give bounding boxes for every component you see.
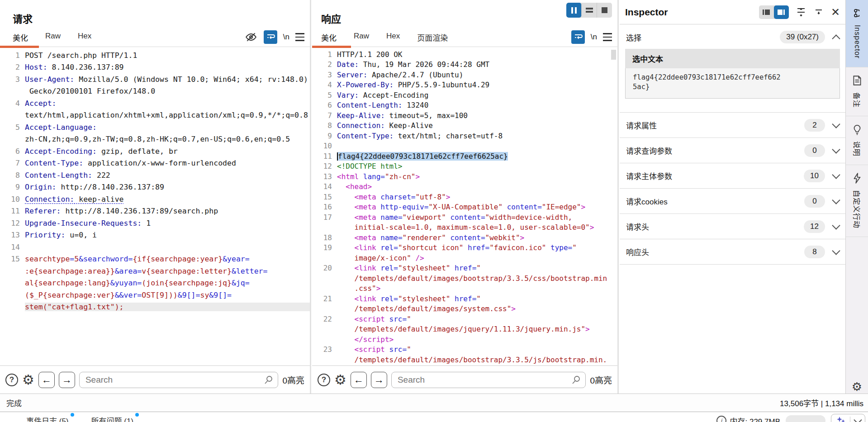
response-tabs: 美化 Raw Hex 页面渲染	[321, 32, 448, 43]
collapse-all-icon[interactable]	[813, 7, 824, 18]
code-line: 3Server: Apache/2.4.7 (Ubuntu)	[312, 70, 617, 80]
tab-response-hex[interactable]: Hex	[386, 32, 400, 43]
bottom-footer: 事件日志 (5) 所有问题 (1) i 内存: 229.7MB	[0, 412, 868, 422]
line-number: 21	[312, 294, 337, 303]
stop-button[interactable]	[597, 3, 612, 18]
line-number: 23	[312, 345, 337, 354]
side-tab-strip: Inspector 备注 说明	[845, 0, 868, 394]
settings-gear-icon[interactable]: ⚙	[846, 381, 868, 393]
side-tab-notes[interactable]: 备注	[846, 67, 868, 116]
line-number: 10	[312, 142, 337, 150]
dock-right-button[interactable]	[774, 5, 789, 19]
code-line: stem("cat+flag1.txt");	[0, 301, 310, 313]
code-line: 9Content-Type: text/html; charset=utf-8	[312, 131, 617, 141]
tab-response-pretty[interactable]: 美化	[321, 32, 337, 43]
search-settings-gear-icon[interactable]: ⚙	[334, 373, 346, 387]
help-icon[interactable]: ?	[5, 374, 18, 386]
tab-request-pretty[interactable]: 美化	[13, 32, 28, 43]
line-number: 11	[0, 207, 25, 215]
line-number: 2	[312, 60, 337, 69]
expand-all-icon[interactable]	[796, 7, 806, 18]
tab-response-raw[interactable]: Raw	[354, 32, 369, 43]
hide-eye-icon[interactable]	[244, 30, 258, 44]
footer-tab-all-issues[interactable]: 所有问题 (1)	[91, 415, 138, 422]
split-layout-button[interactable]	[582, 3, 597, 18]
inspector-section-row[interactable]: 请求头12	[620, 214, 845, 239]
chevron-down-icon	[832, 196, 840, 204]
inspector-section-row[interactable]: 请求属性2	[620, 113, 845, 138]
selection-row[interactable]: 选择 39 (0x27)	[620, 24, 845, 48]
inspector-sections: 请求属性2请求查询参数0请求主体参数10请求cookies0请求头12响应头8	[620, 112, 845, 265]
word-wrap-toggle[interactable]	[571, 30, 585, 44]
request-search-toolbar: ? ⚙ ← → 0高亮	[0, 365, 310, 394]
chevron-down-icon	[832, 171, 840, 179]
code-line: text/html,application/xhtml+xml,applicat…	[0, 109, 310, 122]
line-number: 8	[312, 121, 337, 130]
response-stream-controls	[566, 3, 612, 18]
code-line: 4Accept:	[0, 97, 310, 109]
info-icon: i	[716, 416, 726, 422]
request-editor[interactable]: 1POST /search.php HTTP/1.12Host: 8.140.2…	[0, 47, 310, 365]
response-editor[interactable]: 1HTTP/1.1 200 OK2Date: Thu, 19 Mar 2026 …	[312, 47, 617, 365]
request-search-input[interactable]	[79, 372, 279, 388]
previous-match-button[interactable]: ←	[351, 372, 367, 388]
lightbulb-icon	[851, 123, 863, 135]
status-bar: 完成 13,506字节 | 1,134 millis	[0, 394, 868, 412]
search-icon	[264, 375, 274, 385]
pause-button[interactable]	[566, 3, 582, 18]
code-line: 6Accept-Encoding: gzip, deflate, br	[0, 145, 310, 157]
next-match-button[interactable]: →	[59, 372, 75, 388]
inspector-section-row[interactable]: 请求主体参数10	[620, 163, 845, 189]
side-tab-custom-actions[interactable]: 自定义行动	[846, 165, 868, 237]
code-line: zh-CN,zh;q=0.9,zh-TW;q=0.8,zh-HK;q=0.7,e…	[0, 133, 310, 146]
line-number: 1	[312, 50, 337, 59]
response-search-input[interactable]	[391, 372, 586, 388]
code-line: 3User-Agent: Mozilla/5.0 (Windows NT 10.…	[0, 73, 310, 85]
tab-response-render[interactable]: 页面渲染	[417, 32, 448, 43]
notification-dot	[135, 413, 139, 417]
dock-left-button[interactable]	[759, 5, 774, 19]
show-newlines-toggle[interactable]: \n	[591, 33, 597, 42]
scrollbar-thumb[interactable]	[611, 50, 616, 60]
lightning-icon	[851, 172, 863, 184]
show-newlines-toggle[interactable]: \n	[283, 33, 289, 42]
section-label: 请求头	[626, 221, 804, 232]
help-icon[interactable]: ?	[318, 374, 330, 386]
response-highlight-count: 0高亮	[590, 374, 612, 386]
count-badge: 0	[804, 195, 825, 208]
inspector-section-row[interactable]: 请求cookies0	[620, 189, 845, 214]
code-line: 18 <meta name="renderer" content="webkit…	[312, 232, 617, 243]
code-line: .css">	[312, 284, 617, 294]
memory-usage: i 内存: 229.7MB	[716, 415, 781, 422]
editor-menu-icon[interactable]	[295, 33, 304, 41]
burp-repeater-view: 请求 美化 Raw Hex	[0, 0, 868, 422]
count-badge: 12	[804, 220, 825, 233]
side-tab-inspector[interactable]: Inspector	[846, 0, 868, 67]
selection-badge: 39 (0x27)	[780, 31, 825, 43]
search-settings-gear-icon[interactable]: ⚙	[22, 373, 34, 387]
count-badge: 8	[804, 246, 825, 258]
line-number: 1	[0, 51, 25, 60]
word-wrap-toggle[interactable]	[264, 30, 277, 44]
response-stats: 13,506字节 | 1,134 millis	[780, 397, 868, 408]
code-line: 11Referer: http://8.140.236.137:89/searc…	[0, 205, 310, 218]
code-line: 14 <head>	[312, 182, 617, 192]
line-number: 16	[312, 203, 337, 211]
line-number: 2	[0, 63, 25, 71]
inspector-section-row[interactable]: 请求查询参数0	[620, 138, 845, 163]
close-inspector-icon[interactable]: ✕	[831, 7, 840, 18]
next-match-button[interactable]: →	[371, 372, 387, 388]
tab-request-hex[interactable]: Hex	[78, 32, 91, 43]
ai-actions-button[interactable]	[831, 414, 865, 422]
count-badge: 2	[804, 119, 825, 132]
chevron-down-icon	[832, 120, 840, 128]
footer-tab-event-log[interactable]: 事件日志 (5)	[26, 415, 73, 422]
editor-menu-icon[interactable]	[603, 33, 612, 41]
tab-request-raw[interactable]: Raw	[45, 32, 61, 43]
line-number: 3	[312, 71, 337, 79]
previous-match-button[interactable]: ←	[38, 372, 55, 388]
inspector-section-row[interactable]: 响应头8	[620, 239, 845, 265]
side-tab-help[interactable]: 说明	[846, 116, 868, 165]
code-line: 19 <link rel="shortcut icon" href="favic…	[312, 243, 617, 253]
code-line: initial-scale=1.0, maximum-scale=1.0, us…	[312, 223, 617, 233]
